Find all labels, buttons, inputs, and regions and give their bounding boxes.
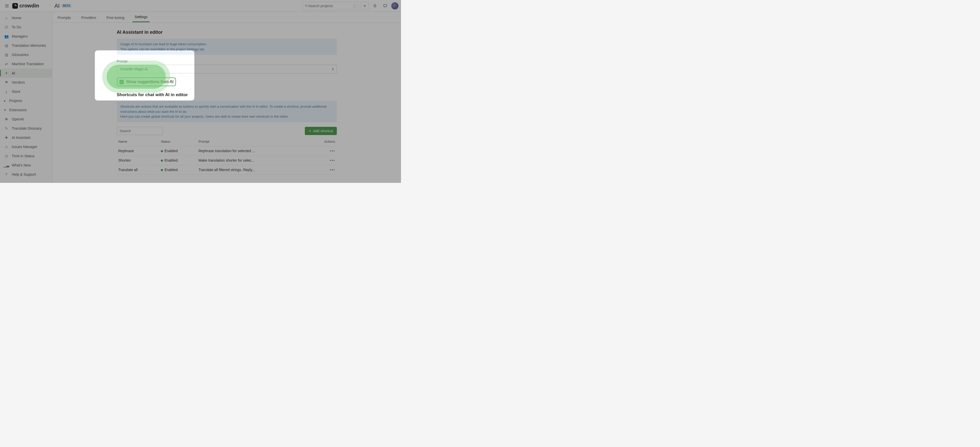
status-dot-icon: [161, 150, 163, 152]
checkbox-checked-icon: [119, 80, 124, 84]
notifications-icon[interactable]: [371, 2, 379, 10]
row-status: Enabled: [159, 146, 197, 156]
sidebar-item-ai[interactable]: ✦AI: [0, 68, 52, 78]
row-name: Shorten: [117, 156, 159, 165]
sidebar-ext-issues[interactable]: ⚠Issues Manager: [0, 142, 52, 151]
issues-icon: ⚠: [4, 145, 9, 149]
messages-icon[interactable]: [381, 2, 389, 10]
col-status: Status: [159, 137, 197, 146]
logo[interactable]: crowdin: [12, 3, 39, 9]
add-shortcut-button[interactable]: Add shortcut: [305, 127, 337, 135]
row-prompt: Make translation shorter for selec...: [197, 156, 310, 165]
search-projects[interactable]: /: [302, 2, 358, 10]
checkbox-label: Show suggestions from AI: [126, 80, 173, 84]
row-actions-menu[interactable]: •••: [330, 149, 335, 153]
svg-point-0: [305, 5, 307, 6]
people-icon: 👥: [4, 34, 9, 39]
logo-icon: [12, 3, 18, 9]
assistant-note: Usage of AI Assistant can lead to huge t…: [117, 39, 337, 55]
row-prompt: Translate all filtered strings. Reply...: [197, 165, 310, 174]
logo-text: crowdin: [19, 3, 39, 9]
show-suggestions-checkbox[interactable]: Show suggestions from AI: [117, 78, 176, 86]
section-heading-shortcuts: Shortcuts for chat with AI in editor: [117, 92, 337, 97]
sidebar-item-managers[interactable]: 👥Managers: [0, 32, 52, 41]
sidebar-section-extensions[interactable]: ▾Extensions: [0, 105, 52, 115]
search-kbd: /: [353, 4, 356, 8]
sidebar-item-tm[interactable]: ▤Translation Memories: [0, 41, 52, 50]
tab-finetuning[interactable]: Fine-tuning: [104, 13, 126, 22]
table-row: Rephrase Enabled Rephrase translation fo…: [117, 146, 337, 156]
assistant-icon: ✚: [4, 135, 9, 140]
shortcuts-search[interactable]: [117, 127, 163, 135]
row-actions-menu[interactable]: •••: [330, 168, 335, 172]
row-actions-menu[interactable]: •••: [330, 158, 335, 162]
sidebar-ext-time-status[interactable]: ◷Time in Status: [0, 151, 52, 161]
beta-badge: BETA: [62, 4, 72, 8]
chevron-down-icon: ▾: [4, 108, 6, 112]
openai-icon: ❋: [4, 117, 9, 121]
plus-icon: [309, 129, 312, 132]
sidebar-section-projects[interactable]: ▸Projects: [0, 96, 52, 105]
sidebar-ext-ai-assistant[interactable]: ✚AI Assistant: [0, 133, 52, 142]
hamburger-menu[interactable]: [3, 2, 11, 10]
sidebar: ⌂Home ☑To Do 👥Managers ▤Translation Memo…: [0, 12, 52, 183]
tab-settings[interactable]: Settings: [132, 12, 150, 22]
clock-icon: ◷: [4, 154, 9, 158]
select-caret-icon: ▴▾: [332, 67, 334, 71]
prompt-value: Crowdin Magic Ai: [120, 67, 148, 71]
shortcuts-note: Shortcuts are actions that are available…: [117, 101, 337, 122]
sidebar-item-todo[interactable]: ☑To Do: [0, 22, 52, 32]
row-name: Rephrase: [117, 146, 159, 156]
add-button[interactable]: [361, 2, 369, 10]
sidebar-item-mt[interactable]: ⇄Machine Translation: [0, 59, 52, 68]
avatar[interactable]: [391, 2, 398, 10]
sidebar-item-home[interactable]: ⌂Home: [0, 13, 52, 22]
row-name: Translate all: [117, 165, 159, 174]
sidebar-item-vendors[interactable]: ⚑Vendors: [0, 78, 52, 87]
prompt-label: Prompt: [117, 59, 337, 63]
row-status: Enabled: [159, 165, 197, 174]
tabs: Prompts Providers Fine-tuning Settings: [52, 12, 401, 22]
sidebar-item-store[interactable]: ⭳Store: [0, 87, 52, 96]
sidebar-ext-openai[interactable]: ❋OpenAI: [0, 115, 52, 124]
col-name: Name: [117, 137, 159, 146]
row-status: Enabled: [159, 156, 197, 165]
home-icon: ⌂: [4, 16, 9, 20]
tab-prompts[interactable]: Prompts: [56, 13, 73, 22]
status-dot-icon: [161, 169, 163, 171]
section-heading-assistant: AI Assistant in editor: [117, 30, 337, 35]
sidebar-ext-help[interactable]: ?Help & Support: [0, 170, 52, 179]
shortcuts-table: Name Status Prompt Actions Rephrase Enab…: [117, 137, 337, 175]
sidebar-ext-translate-glossary[interactable]: ✎Translate Glossary: [0, 124, 52, 133]
sparkle-icon: ✦: [4, 71, 9, 75]
book2-icon: ▥: [4, 52, 9, 57]
checkbox-icon: ☑: [4, 25, 9, 29]
search-icon: [305, 4, 308, 8]
col-actions: Actions: [310, 137, 337, 146]
download-icon: ⭳: [4, 89, 9, 94]
status-dot-icon: [161, 159, 163, 162]
graph-icon: ▁▃: [4, 163, 9, 167]
glossary-icon: ✎: [4, 126, 9, 130]
table-row: Shorten Enabled Make translation shorter…: [117, 156, 337, 165]
translate-icon: ⇄: [4, 62, 9, 66]
book-icon: ▤: [4, 43, 9, 48]
chevron-right-icon: ▸: [4, 99, 6, 103]
table-row: Translate all Enabled Translate all filt…: [117, 165, 337, 174]
svg-rect-1: [383, 4, 387, 6]
sidebar-item-glossaries[interactable]: ▥Glossaries: [0, 50, 52, 59]
sidebar-ext-whatsnew[interactable]: ▁▃What's New: [0, 161, 52, 170]
store-icon: ⚑: [4, 80, 9, 84]
row-prompt: Rephrase translation for selected ...: [197, 146, 310, 156]
tab-providers[interactable]: Providers: [79, 13, 98, 22]
search-input[interactable]: [308, 4, 353, 8]
help-icon: ?: [4, 172, 9, 177]
col-prompt: Prompt: [197, 137, 310, 146]
page-title: AI: [54, 3, 60, 9]
prompt-select[interactable]: Crowdin Magic Ai ▴▾: [117, 65, 337, 73]
